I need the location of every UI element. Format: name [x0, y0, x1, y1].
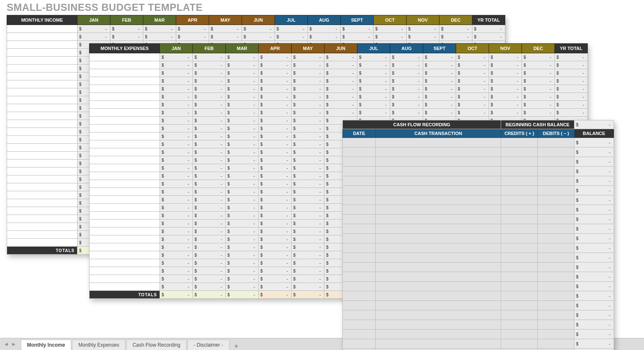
row-label-cell[interactable]: [90, 259, 160, 267]
sheet-tab[interactable]: Monthly Income: [21, 340, 71, 350]
debits-cell[interactable]: [538, 282, 574, 291]
credits-cell[interactable]: [501, 282, 538, 291]
data-cell[interactable]: $-: [176, 33, 209, 41]
data-cell[interactable]: $-: [292, 77, 324, 85]
data-cell[interactable]: $-: [160, 85, 193, 93]
date-cell[interactable]: [343, 176, 376, 186]
date-cell[interactable]: [343, 320, 376, 330]
data-cell[interactable]: $-: [390, 77, 423, 85]
data-cell[interactable]: $-: [456, 77, 489, 85]
credits-cell[interactable]: [501, 339, 538, 349]
debits-cell[interactable]: [538, 310, 574, 320]
row-label-cell[interactable]: [90, 204, 160, 212]
row-label-cell[interactable]: [90, 228, 160, 235]
transaction-cell[interactable]: [376, 282, 501, 291]
data-cell[interactable]: $-: [259, 85, 292, 93]
data-cell[interactable]: $-: [357, 109, 390, 117]
data-cell[interactable]: $-: [456, 101, 489, 109]
transaction-cell[interactable]: [376, 243, 501, 253]
data-cell[interactable]: $-: [555, 85, 588, 93]
row-label-cell[interactable]: [7, 191, 77, 199]
data-cell[interactable]: $-: [292, 196, 324, 204]
data-cell[interactable]: $-: [456, 85, 489, 93]
data-cell[interactable]: $-: [324, 85, 357, 93]
data-cell[interactable]: $-: [259, 69, 292, 77]
data-cell[interactable]: $-: [259, 283, 292, 291]
row-label-cell[interactable]: [90, 196, 160, 204]
transaction-cell[interactable]: [376, 215, 501, 224]
data-cell[interactable]: $-: [341, 33, 374, 41]
row-label-cell[interactable]: [7, 231, 77, 239]
row-label-cell[interactable]: [7, 49, 77, 57]
data-cell[interactable]: $-: [555, 109, 588, 117]
data-cell[interactable]: $-: [292, 117, 324, 125]
credits-cell[interactable]: [501, 320, 538, 330]
data-cell[interactable]: $-: [423, 61, 456, 69]
data-cell[interactable]: $-: [390, 85, 423, 93]
credits-cell[interactable]: [501, 349, 538, 350]
data-cell[interactable]: $-: [259, 132, 292, 140]
data-cell[interactable]: $-: [555, 93, 588, 101]
data-cell[interactable]: $-: [259, 156, 292, 164]
data-cell[interactable]: $-: [110, 25, 143, 33]
sheet-tab[interactable]: Monthly Expenses: [72, 340, 125, 350]
transaction-cell[interactable]: [376, 157, 501, 167]
transaction-cell[interactable]: [376, 330, 501, 339]
date-cell[interactable]: [343, 310, 376, 320]
data-cell[interactable]: $-: [292, 93, 324, 101]
data-cell[interactable]: $-: [423, 69, 456, 77]
debits-cell[interactable]: [538, 224, 574, 234]
data-cell[interactable]: $-: [390, 93, 423, 101]
row-label-cell[interactable]: [7, 80, 77, 88]
row-label-cell[interactable]: [7, 112, 77, 120]
data-cell[interactable]: $-: [193, 132, 226, 140]
data-cell[interactable]: $-: [259, 235, 292, 243]
row-label-cell[interactable]: [90, 101, 160, 109]
row-label-cell[interactable]: [7, 120, 77, 128]
row-label-cell[interactable]: [90, 53, 160, 61]
transaction-cell[interactable]: [376, 195, 501, 205]
data-cell[interactable]: $-: [292, 156, 324, 164]
transaction-cell[interactable]: [376, 272, 501, 282]
date-cell[interactable]: [343, 243, 376, 253]
data-cell[interactable]: $-: [160, 172, 193, 180]
data-cell[interactable]: $-: [259, 188, 292, 196]
data-cell[interactable]: $-: [456, 53, 489, 61]
data-cell[interactable]: $-: [226, 251, 259, 259]
data-cell[interactable]: $-: [160, 196, 193, 204]
data-cell[interactable]: $-: [193, 259, 226, 267]
data-cell[interactable]: $-: [226, 267, 259, 275]
transaction-cell[interactable]: [376, 186, 501, 195]
data-cell[interactable]: $-: [226, 156, 259, 164]
credits-cell[interactable]: [501, 253, 538, 262]
data-cell[interactable]: $-: [292, 220, 324, 228]
date-cell[interactable]: [343, 282, 376, 291]
row-label-cell[interactable]: [7, 199, 77, 207]
data-cell[interactable]: $-: [390, 61, 423, 69]
data-cell[interactable]: $-: [226, 117, 259, 125]
transaction-cell[interactable]: [376, 262, 501, 272]
data-cell[interactable]: $-: [292, 243, 324, 251]
data-cell[interactable]: $-: [226, 196, 259, 204]
data-cell[interactable]: $-: [226, 172, 259, 180]
data-cell[interactable]: $-: [160, 148, 193, 156]
data-cell[interactable]: $-: [259, 267, 292, 275]
data-cell[interactable]: $-: [357, 53, 390, 61]
data-cell[interactable]: $-: [226, 164, 259, 172]
debits-cell[interactable]: [538, 262, 574, 272]
data-cell[interactable]: $-: [160, 283, 193, 291]
data-cell[interactable]: $-: [259, 228, 292, 235]
data-cell[interactable]: $-: [357, 85, 390, 93]
debits-cell[interactable]: [538, 253, 574, 262]
data-cell[interactable]: $-: [259, 101, 292, 109]
data-cell[interactable]: $-: [226, 93, 259, 101]
data-cell[interactable]: $-: [292, 140, 324, 148]
data-cell[interactable]: $-: [193, 101, 226, 109]
debits-cell[interactable]: [538, 186, 574, 195]
row-label-cell[interactable]: [7, 144, 77, 152]
data-cell[interactable]: $-: [193, 164, 226, 172]
data-cell[interactable]: $-: [522, 109, 555, 117]
row-label-cell[interactable]: [90, 267, 160, 275]
data-cell[interactable]: $-: [193, 148, 226, 156]
row-label-cell[interactable]: [7, 215, 77, 223]
